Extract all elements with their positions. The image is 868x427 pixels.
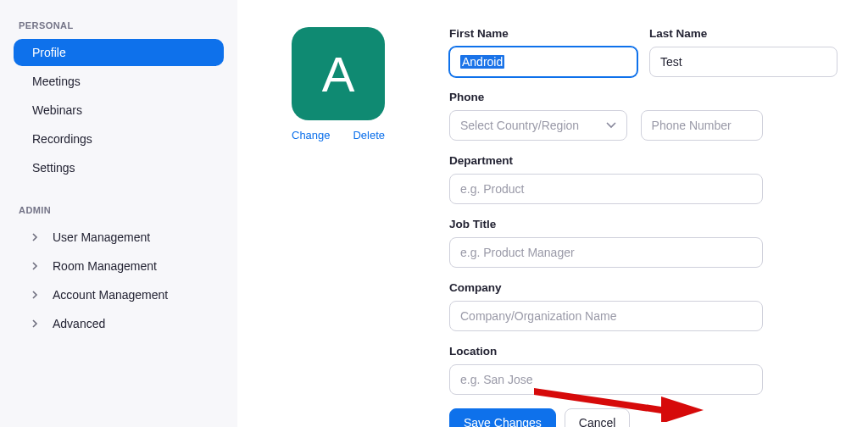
jobtitle-label: Job Title [449,218,837,230]
phone-number-input[interactable]: Phone Number [641,110,763,141]
avatar-delete-link[interactable]: Delete [353,129,385,141]
sidebar-item-label: Settings [32,162,75,174]
jobtitle-field: Job Title e.g. Product Manager [449,218,837,268]
cancel-button[interactable]: Cancel [565,408,631,427]
department-input[interactable]: e.g. Product [449,174,763,204]
save-changes-button[interactable]: Save Changes [449,408,556,427]
department-field: Department e.g. Product [449,154,837,204]
sidebar-item-label: Account Management [53,289,168,301]
jobtitle-input[interactable]: e.g. Product Manager [449,237,763,268]
chevron-down-icon [606,122,616,129]
last-name-input[interactable]: Test [649,47,837,77]
phone-field: Phone Select Country/Region Phone Number [449,91,837,141]
first-name-value: Android [460,55,504,69]
avatar-letter: A [322,46,355,103]
company-label: Company [449,281,837,294]
location-label: Location [449,345,837,358]
sidebar-item-profile[interactable]: Profile [14,39,224,66]
department-label: Department [449,154,837,167]
location-placeholder: e.g. San Jose [460,373,533,386]
sidebar-item-user-management[interactable]: User Management [14,224,224,251]
sidebar-item-label: Webinars [32,104,82,116]
save-label: Save Changes [464,416,542,427]
last-name-label: Last Name [649,27,837,40]
phone-country-select[interactable]: Select Country/Region [449,110,627,141]
sidebar-item-advanced[interactable]: Advanced [14,310,224,337]
main-content: A Change Delete First Name Android Last … [237,0,868,427]
sidebar-item-label: Recordings [32,133,92,145]
sidebar-section-personal: PERSONAL [19,20,224,30]
sidebar-section-admin: ADMIN [19,205,224,215]
phone-number-placeholder: Phone Number [652,119,732,132]
company-input[interactable]: Company/Organization Name [449,301,763,331]
location-field: Location e.g. San Jose [449,345,837,395]
sidebar-item-label: Room Management [53,260,157,272]
sidebar-item-label: Profile [32,47,66,58]
company-field: Company Company/Organization Name [449,281,837,331]
sidebar-item-room-management[interactable]: Room Management [14,252,224,280]
chevron-right-icon [32,233,44,241]
sidebar-item-recordings[interactable]: Recordings [14,125,224,152]
phone-country-placeholder: Select Country/Region [460,119,579,132]
location-input[interactable]: e.g. San Jose [449,364,763,395]
sidebar: PERSONAL Profile Meetings Webinars Recor… [0,0,237,427]
last-name-field: Last Name Test [649,27,837,77]
sidebar-item-label: Meetings [32,75,81,87]
avatar-links: Change Delete [292,129,385,141]
cancel-label: Cancel [579,416,616,427]
avatar-change-link[interactable]: Change [292,129,331,141]
first-name-input[interactable]: Android [449,47,637,77]
jobtitle-placeholder: e.g. Product Manager [460,246,575,259]
phone-label: Phone [449,91,837,103]
department-placeholder: e.g. Product [460,182,525,196]
chevron-right-icon [32,262,44,270]
chevron-right-icon [32,319,44,328]
company-placeholder: Company/Organization Name [460,309,616,323]
sidebar-item-meetings[interactable]: Meetings [14,68,224,95]
sidebar-item-label: Advanced [53,318,105,330]
avatar-block: A Change Delete [292,27,385,427]
profile-form: First Name Android Last Name Test Phone [449,27,837,427]
first-name-field: First Name Android [449,27,637,77]
sidebar-item-settings[interactable]: Settings [14,154,224,181]
form-actions: Save Changes Cancel [449,408,837,427]
last-name-value: Test [660,55,682,69]
sidebar-item-account-management[interactable]: Account Management [14,281,224,308]
sidebar-item-webinars[interactable]: Webinars [14,97,224,124]
avatar[interactable]: A [292,27,385,120]
sidebar-item-label: User Management [53,231,150,243]
first-name-label: First Name [449,27,637,40]
chevron-right-icon [32,291,44,299]
